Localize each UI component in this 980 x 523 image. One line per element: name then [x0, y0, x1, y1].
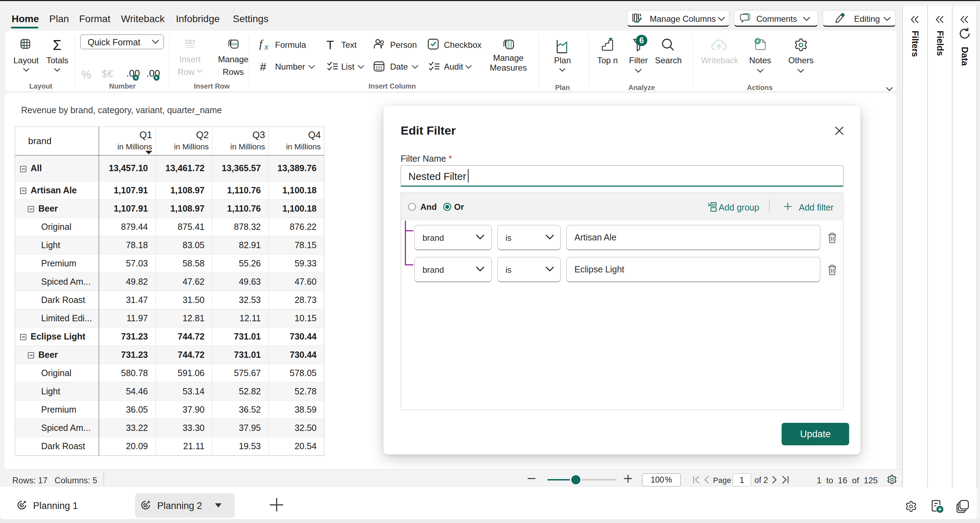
svg-text:f: f [259, 38, 264, 50]
svg-text:6: 6 [640, 36, 644, 45]
svg-text:x: x [264, 42, 268, 50]
